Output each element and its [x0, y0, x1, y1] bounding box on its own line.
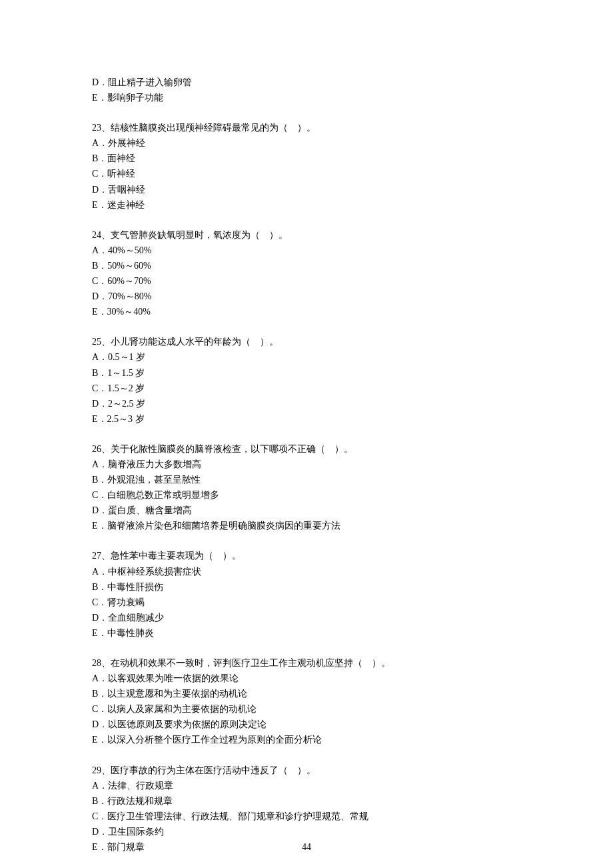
question-27-stem: 27、急性苯中毒主要表现为（ ）。 — [92, 548, 521, 563]
question-23-option-d: D．舌咽神经 — [92, 182, 521, 197]
question-24-option-d: D．70%～80% — [92, 289, 521, 304]
question-27-option-a: A．中枢神经系统损害症状 — [92, 564, 521, 579]
question-26-option-b: B．外观混浊，甚至呈脓性 — [92, 472, 521, 487]
option-d: D．阻止精子进入输卵管 — [92, 75, 521, 90]
question-29-option-c: C．医疗卫生管理法律、行政法规、部门规章和诊疗护理规范、常规 — [92, 809, 521, 824]
question-23-option-a: A．外展神经 — [92, 135, 521, 151]
question-23-option-c: C．听神经 — [92, 166, 521, 181]
page-number: 44 — [0, 839, 613, 855]
question-28-option-b: B．以主观意愿和为主要依据的动机论 — [92, 686, 521, 701]
question-23-stem: 23、结核性脑膜炎出现颅神经障碍最常见的为（ ）。 — [92, 120, 521, 135]
question-27-option-d: D．全血细胞减少 — [92, 610, 521, 625]
question-27-option-e: E．中毒性肺炎 — [92, 625, 521, 641]
question-25-option-d: D．2～2.5 岁 — [92, 396, 521, 411]
exam-page: D．阻止精子进入输卵管 E．影响卵子功能 23、结核性脑膜炎出现颅神经障碍最常见… — [0, 0, 613, 868]
question-24-option-a: A．40%～50% — [92, 243, 521, 258]
question-27-option-b: B．中毒性肝损伤 — [92, 579, 521, 595]
question-26-stem: 26、关于化脓性脑膜炎的脑脊液检查，以下哪项不正确（ ）。 — [92, 441, 521, 457]
question-28-option-c: C．以病人及家属和为主要依据的动机论 — [92, 701, 521, 717]
question-28-option-d: D．以医德原则及要求为依据的原则决定论 — [92, 717, 521, 732]
question-25-stem: 25、小儿肾功能达成人水平的年龄为（ ）。 — [92, 334, 521, 349]
question-25-option-c: C．1.5～2 岁 — [92, 381, 521, 396]
option-e: E．影响卵子功能 — [92, 90, 521, 105]
question-25-option-e: E．2.5～3 岁 — [92, 411, 521, 427]
question-29-option-d: D．卫生国际条约 — [92, 824, 521, 839]
question-24-option-e: E．30%～40% — [92, 304, 521, 319]
question-23-option-e: E．迷走神经 — [92, 197, 521, 213]
question-29-option-a: A．法律、行政规章 — [92, 778, 521, 793]
question-26-option-c: C．白细胞总数正常或明显增多 — [92, 487, 521, 503]
question-26-option-a: A．脑脊液压力大多数增高 — [92, 457, 521, 472]
question-28-stem: 28、在动机和效果不一致时，评判医疗卫生工作主观动机应坚持（ ）。 — [92, 655, 521, 671]
question-23-option-b: B．面神经 — [92, 151, 521, 166]
question-24-stem: 24、支气管肺炎缺氧明显时，氧浓度为（ ）。 — [92, 227, 521, 243]
question-25-option-a: A．0.5～1 岁 — [92, 349, 521, 365]
question-24-option-b: B．50%～60% — [92, 258, 521, 273]
question-28-option-a: A．以客观效果为唯一依据的效果论 — [92, 671, 521, 686]
question-26-option-e: E．脑脊液涂片染色和细菌培养是明确脑膜炎病因的重要方法 — [92, 518, 521, 533]
question-27-option-c: C．肾功衰竭 — [92, 595, 521, 610]
question-25-option-b: B．1～1.5 岁 — [92, 365, 521, 381]
question-28-option-e: E．以深入分析整个医疗工作全过程为原则的全面分析论 — [92, 732, 521, 747]
question-26-option-d: D．蛋白质、糖含量增高 — [92, 503, 521, 518]
question-29-stem: 29、医疗事故的行为主体在医疗活动中违反了（ ）。 — [92, 763, 521, 778]
question-24-option-c: C．60%～70% — [92, 273, 521, 289]
question-29-option-b: B．行政法规和规章 — [92, 793, 521, 809]
